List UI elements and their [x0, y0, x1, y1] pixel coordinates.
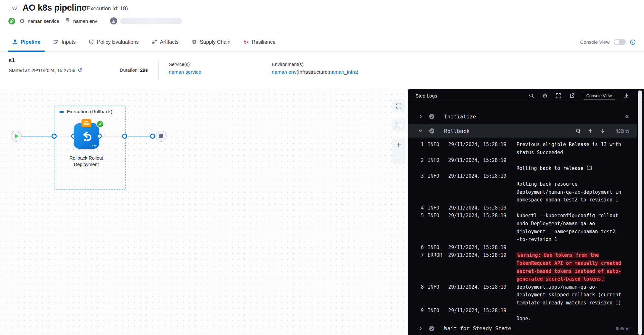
edge-node-to-group	[102, 136, 122, 136]
log-line-8: 8INFO29/11/2024, 15:28:19deployment.apps…	[419, 283, 629, 307]
tab-policy-evaluations[interactable]: Policy Evaluations	[89, 33, 139, 51]
log-line-6: 6INFO29/11/2024, 15:28:19	[419, 244, 629, 252]
step-success-icon	[429, 326, 435, 331]
search-icon[interactable]	[529, 93, 534, 98]
step-duration: 3s	[612, 114, 629, 119]
infrastructure-link[interactable]: naman_infra	[329, 69, 356, 75]
group-label: Execution (Rollback)	[67, 109, 112, 115]
log-lines-container[interactable]: 1INFO29/11/2024, 15:28:19Previous eligib…	[408, 138, 644, 323]
stage-name: s1	[9, 57, 15, 64]
stagebar-divider	[158, 61, 159, 80]
step-row-rollback[interactable]: Rollback 422ms	[408, 124, 637, 138]
page-header: v0 AO k8s pipeline (Execution Id: 18) ⚙ …	[0, 0, 644, 32]
console-view-button[interactable]: Console View	[583, 92, 615, 100]
zoom-in-button[interactable]: +	[392, 138, 405, 151]
scroll-to-bottom-icon[interactable]	[600, 129, 605, 134]
port	[97, 134, 102, 139]
rollout-deployment-badge-icon	[81, 119, 91, 127]
header-env-label[interactable]: naman env	[73, 18, 97, 24]
environment-icon	[65, 18, 71, 24]
step-row-wait-for-steady-state[interactable]: Wait for Steady State 658ms	[408, 323, 637, 334]
log-panel-title: Step Logs	[415, 93, 521, 98]
environments-label: Environment(s)	[272, 62, 358, 67]
step-success-icon	[429, 114, 435, 119]
step-success-badge	[96, 120, 104, 128]
tab-supply-chain[interactable]: Supply Chain	[192, 33, 231, 51]
redacted-user-email	[120, 18, 182, 24]
version-badge[interactable]: v0	[9, 4, 20, 12]
tab-label: Policy Evaluations	[97, 39, 139, 45]
step-row-initialize[interactable]: Initialize 3s	[408, 110, 637, 123]
pipeline-end-node[interactable]	[156, 131, 166, 142]
artifacts-icon	[152, 39, 157, 45]
chevron-right-icon[interactable]	[418, 326, 423, 331]
code-glyph: </>	[92, 144, 97, 147]
info-icon[interactable]	[630, 39, 636, 45]
tab-pipeline[interactable]: Pipeline	[12, 33, 40, 51]
log-line-9: 9INFO29/11/2024, 15:28:19 Done.	[419, 307, 629, 322]
tab-artifacts[interactable]: Artifacts	[152, 33, 179, 51]
edge-group-to-node	[57, 136, 71, 136]
header-service-label[interactable]: naman service	[28, 18, 59, 24]
rollback-arrow-icon	[80, 129, 94, 143]
log-line-1: 1INFO29/11/2024, 15:28:19Previous eligib…	[419, 141, 629, 156]
services-block: Service(s) naman service	[169, 62, 201, 75]
step-name: Rollback	[444, 128, 569, 134]
stage-summary-bar: s1 Started at: 29/11/2024, 15:27:56 ↺ Du…	[0, 52, 644, 88]
pipeline-start-node[interactable]	[11, 131, 22, 142]
expand-fullscreen-icon[interactable]	[556, 93, 561, 98]
step-duration: 658ms	[612, 326, 629, 331]
collapse-group-icon[interactable]	[59, 111, 64, 113]
environment-link[interactable]: naman env	[272, 69, 297, 75]
environments-block: Environment(s) naman env(Infrastructure:…	[272, 62, 358, 75]
service-gear-icon[interactable]: ⚙	[19, 18, 25, 24]
log-panel-header: Step Logs ⚙ Console View	[408, 89, 644, 103]
edge-group-to-end	[128, 136, 150, 136]
log-panel-scrollbar[interactable]	[638, 90, 642, 335]
zoom-out-button[interactable]: −	[392, 151, 405, 164]
step-name: Initialize	[444, 114, 605, 120]
pipeline-icon	[12, 39, 18, 45]
tab-label: Artifacts	[160, 39, 179, 45]
download-logs-icon[interactable]	[623, 93, 629, 99]
page-title: AO k8s pipeline	[23, 3, 86, 13]
log-line-3: 3INFO29/11/2024, 15:28:19 Rolling back r…	[419, 172, 629, 204]
selection-icon	[396, 123, 401, 127]
tab-label: Resilience	[252, 39, 276, 45]
duration-value: 29s	[140, 68, 148, 73]
open-in-new-tab-icon[interactable]	[569, 93, 575, 98]
chevron-right-icon[interactable]	[418, 114, 423, 119]
zoom-controls: + −	[392, 138, 405, 164]
step-duration: 422ms	[612, 128, 629, 134]
console-view-toggle[interactable]	[614, 39, 626, 45]
step-node-label[interactable]: Rollback Rollout Deployment	[54, 155, 118, 168]
play-icon	[15, 134, 19, 138]
services-label: Service(s)	[169, 62, 201, 67]
tab-inputs[interactable]: Inputs	[53, 33, 76, 51]
selection-mode-button[interactable]	[392, 118, 405, 131]
port	[122, 134, 127, 139]
chevron-down-icon[interactable]	[418, 129, 423, 133]
console-view-toggle-label: Console View	[580, 39, 610, 45]
service-link[interactable]: naman service	[169, 69, 201, 75]
started-at-text: Started at: 29/11/2024, 15:27:56	[9, 68, 75, 73]
copy-logs-icon[interactable]	[576, 129, 581, 134]
pipeline-execution-page: v0 AO k8s pipeline (Execution Id: 18) ⚙ …	[0, 0, 644, 335]
stage-duration: Duration: 29s	[120, 68, 148, 73]
log-settings-gear-icon[interactable]: ⚙	[542, 93, 548, 99]
tab-label: Pipeline	[21, 39, 40, 45]
execution-history-icon[interactable]: ↺	[78, 68, 82, 73]
tab-resilience[interactable]: Resilience	[243, 33, 276, 51]
inputs-icon	[53, 39, 59, 45]
scroll-to-top-icon[interactable]	[588, 129, 593, 134]
user-avatar-icon	[110, 17, 117, 24]
execution-id: (Execution Id: 18)	[85, 5, 128, 12]
resilience-chaos-icon	[243, 39, 249, 45]
rollback-step-node[interactable]: </>	[74, 123, 99, 149]
step-name: Wait for Steady State	[444, 325, 605, 331]
fit-to-screen-button[interactable]	[392, 99, 405, 112]
policy-shield-icon	[89, 39, 94, 45]
log-line-5: 5INFO29/11/2024, 15:28:19kubectl --kubec…	[419, 212, 629, 243]
stop-icon	[159, 134, 163, 138]
log-line-2: 2INFO29/11/2024, 15:28:19 Rolling back t…	[419, 156, 629, 172]
